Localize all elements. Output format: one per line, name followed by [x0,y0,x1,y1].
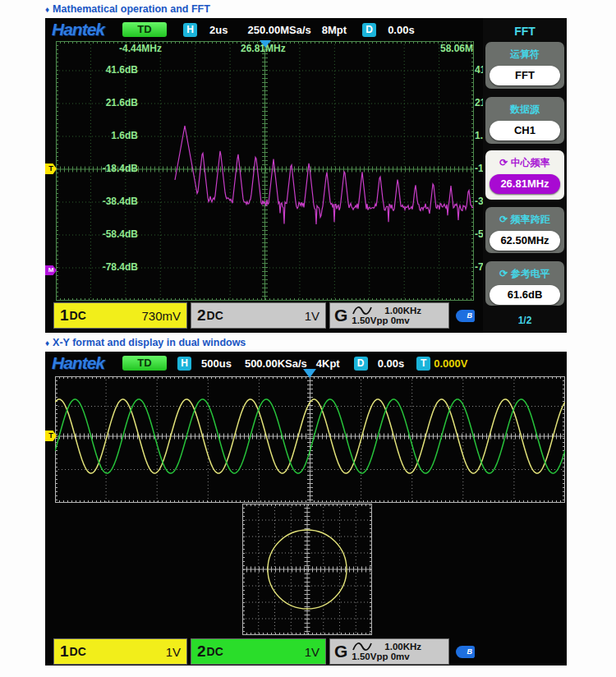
ch1-status[interactable]: 1 DC 1V [53,638,187,665]
waveform-window [55,376,565,503]
ch2-scale: 1V [305,309,319,323]
generator-amplitude: 1.50Vpp [352,315,388,325]
sample-rate-value: 500.00KSa/s [245,357,307,370]
sample-rate-value: 250.00MSa/s [247,24,310,36]
ch1-scale: 1V [166,645,181,659]
knob-icon: ⟳ [499,157,510,168]
fft-grid: -4.44MHz 26.81MHz 58.06M 41.6dB21.6dB1.6… [56,41,474,301]
generator-label: G [334,306,347,325]
ch1-coupling: DC [70,645,86,658]
ch2-status[interactable]: 2 DC 1V [191,302,326,329]
section1-title: ♦Mathematical operation and FFT [45,3,210,15]
ch2-number: 2 [197,642,206,661]
waveform-canvas [55,376,565,503]
acquisition-mode-button[interactable]: TD [122,356,167,371]
hantek-logo: Hantek [52,20,104,39]
ch2-status[interactable]: 2 DC 1V [191,638,326,665]
ch2-scale: 1V [305,645,319,659]
delay-value: 0.00s [378,357,405,370]
menu-item-label-text: 中心频率 [511,157,550,168]
fft-soft-menu: FFT 运算符FFT数据源CH1⟳ 中心频率26.81MHz⟳ 频率跨距62.5… [483,18,567,333]
trigger-position-icon[interactable] [303,369,316,378]
db-axis-label: 1.6dB [56,130,138,141]
menu-title: FFT [483,25,567,38]
knob-icon: ⟳ [499,214,510,225]
horizontal-badge-icon: H [177,357,191,371]
menu-item-frequency-span[interactable]: ⟳ 频率跨距62.50MHz [485,207,564,253]
page: ♦Mathematical operation and FFT Hantek T… [0,0,616,677]
math-channel-marker[interactable]: M [45,265,57,275]
menu-item-label-text: 数据源 [510,104,540,115]
oscilloscope-xy-screen: Hantek TD H 500us 500.00KSa/s 4Kpt D 0.0… [45,352,567,665]
section2-title: ♦X-Y format and display in dual windows [45,337,246,348]
knob-icon: ⟳ [499,268,510,279]
freq-axis-label-right: 58.06M [440,43,473,54]
freq-axis-label-left: -4.44MHz [119,43,162,54]
section1-title-text: Mathematical operation and FFT [53,3,210,15]
diamond-bullet-icon: ♦ [45,5,49,14]
generator-values: 1.00KHz 1.50Vpp 0mv [352,306,421,325]
trigger-level-value: 0.000V [434,357,467,370]
menu-page-indicator[interactable]: 1/2 [483,315,567,326]
menu-item-value[interactable]: CH1 [490,121,560,140]
menu-item-label: 数据源 [485,103,564,117]
scope2-status-bar: 1 DC 1V 2 DC 1V G 1.00KHz [45,638,567,666]
menu-item-value[interactable]: 26.81MHz [490,174,560,194]
menu-item-center-frequency[interactable]: ⟳ 中心频率26.81MHz [485,150,564,200]
ch1-number: 1 [60,306,69,325]
fft-trace [175,126,473,224]
generator-offset: 0mv [391,652,410,661]
delay-badge-icon: D [362,23,376,37]
db-axis-label: -78.4dB [56,261,138,273]
trigger-badge-icon: T [416,357,430,371]
sine-wave-icon [352,642,373,652]
menu-item-label: 运算符 [485,48,564,62]
menu-item-operator[interactable]: 运算符FFT [485,42,564,89]
timebase-value: 500us [201,357,232,370]
db-axis-label: -18.4dB [56,163,138,174]
trigger-position-icon[interactable] [260,40,271,48]
trigger-level-marker[interactable]: T [45,163,57,174]
horizontal-badge-icon: H [183,23,197,37]
ch2-number: 2 [197,306,206,325]
generator-status[interactable]: G 1.00KHz 1.50Vpp 0mv [329,302,449,329]
acquisition-mode-button[interactable]: TD [122,22,167,37]
menu-item-source[interactable]: 数据源CH1 [485,97,564,144]
generator-status[interactable]: G 1.00KHz 1.50Vpp 0mv [329,638,449,665]
menu-item-label-text: 参考电平 [511,268,550,279]
diamond-bullet-icon: ♦ [45,338,49,348]
hantek-logo: Hantek [52,353,104,373]
menu-item-label: ⟳ 频率跨距 [485,213,564,227]
db-axis-label-right: 1. [475,130,483,141]
generator-values: 1.00KHz 1.50Vpp 0mv [352,642,421,661]
xy-window [242,504,372,635]
menu-item-value[interactable]: 62.50MHz [490,231,560,251]
menu-item-value[interactable]: FFT [490,66,560,85]
memory-depth-value: 4Kpt [316,357,340,370]
menu-item-label: ⟳ 参考电平 [485,267,564,281]
db-axis-label: -58.4dB [56,228,138,240]
memory-depth-value: 8Mpt [322,24,347,36]
generator-frequency: 1.00KHz [384,642,421,652]
ch1-coupling: DC [70,309,86,322]
usb-device-icon: B [456,310,475,322]
generator-label: G [334,642,347,661]
menu-item-value[interactable]: 61.6dB [490,285,560,305]
db-axis-label: -38.4dB [56,196,138,207]
ch1-status[interactable]: 1 DC 730mV [53,302,187,329]
ch1-number: 1 [60,642,69,661]
generator-frequency: 1.00KHz [384,306,421,315]
ch1-scale: 730mV [141,309,181,323]
sine-wave-icon [352,306,373,315]
db-axis-label: 21.6dB [56,97,138,108]
menu-item-label-text: 运算符 [510,48,540,60]
usb-device-icon: B [456,646,475,658]
menu-item-label: ⟳ 中心频率 [485,156,564,170]
ch2-coupling: DC [207,645,223,658]
menu-item-reference-level[interactable]: ⟳ 参考电平61.6dB [485,261,564,306]
xy-canvas [242,504,372,635]
db-axis-label: 41.6dB [56,64,138,76]
ch2-coupling: DC [207,309,223,322]
menu-item-label-text: 频率跨距 [511,214,550,225]
delay-badge-icon: D [354,357,368,371]
